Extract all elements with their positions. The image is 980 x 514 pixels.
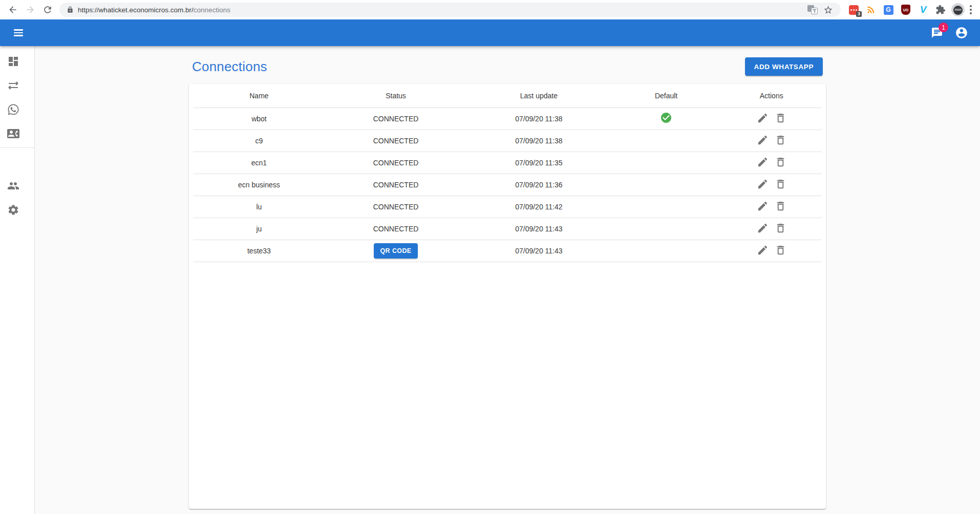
profile-avatar	[951, 3, 965, 16]
notifications-button[interactable]: 1	[925, 20, 949, 45]
qr-code-button[interactable]: QR CODE	[374, 243, 417, 259]
sidebar-item-settings[interactable]	[0, 198, 34, 222]
sidebar-divider	[0, 147, 34, 148]
extensions-strip: 3 G UO V	[844, 2, 976, 17]
connection-actions	[721, 196, 822, 218]
connection-default-cell	[611, 174, 721, 196]
browser-profile-button[interactable]	[950, 2, 966, 17]
connection-last-update: 07/09/20 11:38	[466, 108, 611, 130]
delete-icon	[775, 134, 786, 146]
notifications-badge: 1	[939, 23, 948, 32]
delete-connection-button[interactable]	[773, 220, 789, 238]
connection-status: CONNECTED	[325, 108, 466, 130]
extensions-menu-button[interactable]	[933, 2, 948, 17]
account-menu-button[interactable]	[949, 20, 974, 45]
connection-last-update: 07/09/20 11:43	[466, 240, 611, 262]
hamburger-icon	[14, 29, 23, 36]
edit-icon	[757, 112, 769, 124]
delete-connection-button[interactable]	[773, 242, 789, 260]
connection-actions	[721, 130, 822, 152]
url-host: https://whaticket.economicros.com.br/	[78, 6, 194, 14]
edit-icon	[757, 244, 769, 256]
connection-last-update: 07/09/20 11:42	[466, 196, 611, 218]
delete-icon	[775, 222, 786, 234]
connection-name: teste33	[193, 240, 325, 262]
connections-card: Name Status Last update Default Actions …	[189, 84, 826, 509]
settings-gear-icon	[7, 204, 19, 216]
edit-connection-button[interactable]	[755, 220, 771, 238]
ublock-extension-button[interactable]: UO	[898, 2, 913, 17]
translate-icon	[807, 5, 818, 14]
edit-icon	[757, 134, 769, 146]
app-bar: 1	[0, 19, 980, 46]
connection-status: CONNECTED	[325, 218, 466, 240]
translate-page-button[interactable]	[805, 3, 820, 17]
sidebar-item-tickets[interactable]	[0, 97, 34, 121]
menu-toggle-button[interactable]	[6, 20, 31, 45]
connection-name: lu	[193, 196, 325, 218]
delete-icon	[775, 156, 786, 168]
rss-extension-button[interactable]	[863, 2, 879, 17]
edit-connection-button[interactable]	[755, 154, 771, 172]
connection-status-cell: QR CODE	[325, 240, 466, 262]
edit-connection-button[interactable]	[755, 110, 771, 127]
connection-actions	[721, 174, 822, 196]
delete-connection-button[interactable]	[773, 198, 789, 216]
connection-name: ju	[193, 218, 325, 240]
connection-name: c9	[193, 130, 325, 152]
delete-connection-button[interactable]	[773, 110, 789, 127]
puzzle-icon	[935, 5, 946, 15]
connection-default-cell	[611, 152, 721, 174]
delete-icon	[775, 178, 786, 190]
edit-icon	[757, 222, 769, 234]
star-icon	[823, 5, 833, 15]
add-whatsapp-button[interactable]: ADD WHATSAPP	[745, 57, 823, 76]
translate-extension-icon: G	[884, 5, 893, 15]
header-status: Status	[325, 84, 466, 108]
back-arrow-icon	[8, 5, 18, 15]
connection-last-update: 07/09/20 11:35	[466, 152, 611, 174]
browser-toolbar: https://whaticket.economicros.com.br/con…	[0, 0, 980, 19]
translate-extension-button[interactable]: G	[881, 2, 896, 17]
check-circle-icon	[660, 112, 672, 124]
table-row: wbot CONNECTED 07/09/20 11:38	[193, 108, 822, 130]
vimeo-extension-button[interactable]: V	[915, 2, 931, 17]
connection-status: CONNECTED	[325, 130, 466, 152]
edit-connection-button[interactable]	[755, 242, 771, 260]
table-row: ju CONNECTED 07/09/20 11:43	[193, 218, 822, 240]
table-row: ecn1 CONNECTED 07/09/20 11:35	[193, 152, 822, 174]
back-button[interactable]	[4, 1, 22, 18]
address-bar[interactable]: https://whaticket.economicros.com.br/con…	[59, 3, 841, 17]
edit-connection-button[interactable]	[755, 198, 771, 216]
header-actions: Actions	[721, 84, 822, 108]
edit-connection-button[interactable]	[755, 176, 771, 194]
reload-button[interactable]	[39, 1, 56, 18]
connection-status: CONNECTED	[325, 174, 466, 196]
bookmark-button[interactable]	[820, 3, 836, 17]
sync-alt-icon	[7, 79, 19, 92]
header-last-update: Last update	[466, 84, 611, 108]
delete-connection-button[interactable]	[773, 176, 789, 194]
delete-connection-button[interactable]	[773, 154, 789, 172]
sidebar-item-connections[interactable]	[0, 73, 34, 97]
sidebar-item-users[interactable]	[0, 174, 34, 198]
table-row: c9 CONNECTED 07/09/20 11:38	[193, 130, 822, 152]
contact-phone-icon	[7, 127, 19, 140]
delete-connection-button[interactable]	[773, 132, 789, 149]
connection-actions	[721, 108, 822, 130]
forward-button[interactable]	[22, 1, 39, 18]
connection-default-cell	[611, 130, 721, 152]
header-name: Name	[193, 84, 325, 108]
forward-arrow-icon	[25, 5, 35, 15]
connections-table: Name Status Last update Default Actions …	[193, 84, 822, 262]
chrome-menu-button[interactable]	[968, 3, 974, 16]
connection-actions	[721, 240, 822, 262]
edit-connection-button[interactable]	[755, 132, 771, 149]
header-default: Default	[611, 84, 721, 108]
delete-icon	[775, 200, 786, 212]
sidebar-item-contacts[interactable]	[0, 121, 34, 145]
adblock-extension-button[interactable]: 3	[846, 2, 861, 17]
delete-icon	[775, 112, 786, 124]
connection-default-cell	[611, 108, 721, 130]
sidebar-item-dashboard[interactable]	[0, 49, 34, 73]
